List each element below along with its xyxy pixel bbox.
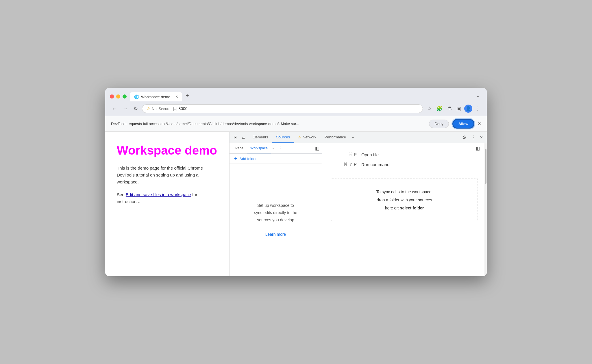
permission-banner: DevTools requests full access to /Users/…	[105, 116, 487, 132]
tab-elements[interactable]: Elements	[248, 132, 272, 143]
workspace-message: Set up workspace to sync edits directly …	[230, 164, 322, 276]
address-text: [::]:8000	[173, 106, 188, 111]
profile-icon-symbol: 👤	[465, 106, 471, 112]
minimize-traffic-light[interactable]	[116, 94, 120, 99]
profile-avatar[interactable]: 👤	[464, 105, 472, 113]
tab-bar: 🌐 Workspace demo × +	[130, 91, 470, 101]
devtools-tabs: Elements Sources ⚠Network Performance »	[248, 132, 356, 143]
active-tab[interactable]: 🌐 Workspace demo ×	[130, 92, 182, 101]
sources-tab-page[interactable]: Page	[232, 143, 247, 153]
add-folder-label: Add folder	[240, 157, 257, 161]
page-description: This is the demo page for the official C…	[117, 165, 218, 185]
sources-tabs-more-button[interactable]: »	[271, 146, 275, 151]
extensions-button[interactable]: 🧩	[434, 104, 444, 114]
device-toggle-button[interactable]: ▱	[240, 133, 247, 141]
tab-performance[interactable]: Performance	[321, 132, 350, 143]
sources-panel-toggle-button[interactable]: ◧	[474, 144, 481, 152]
not-secure-badge: ⚠ Not Secure	[147, 106, 171, 111]
workspace-msg-3: sources you develop	[257, 218, 294, 222]
devtools-close-button[interactable]: ×	[478, 134, 484, 141]
address-bar[interactable]: ⚠ Not Secure [::]:8000	[142, 104, 423, 113]
refresh-button[interactable]: ↻	[132, 104, 140, 113]
sources-editor-toggle-button[interactable]: ◧	[315, 146, 319, 151]
tab-close-icon[interactable]: ×	[175, 94, 178, 99]
new-tab-button[interactable]: +	[183, 91, 191, 100]
tab-dropdown-button[interactable]: ⌄	[474, 92, 482, 100]
sources-sidebar: Page Workspace » ⋮ ◧ + Add folder Set up…	[230, 143, 322, 276]
add-folder-plus-icon: +	[234, 156, 237, 161]
sources-editor: ⌘ P Open file ⌘ ⇧ P Run command To sync …	[322, 143, 487, 276]
see-text: See	[117, 192, 126, 197]
shortcut-open-file-label: Open file	[361, 152, 379, 157]
browser-window: 🌐 Workspace demo × + ⌄ ← → ↻ ⚠ Not Secur…	[105, 88, 487, 276]
traffic-lights	[110, 94, 127, 99]
sources-tabs: Page Workspace » ⋮ ◧	[230, 143, 322, 154]
drop-zone-line3: here or:	[385, 206, 400, 210]
scrollbar-thumb[interactable]	[485, 149, 486, 184]
shortcut-run-command-keys: ⌘ ⇧ P	[334, 162, 357, 167]
network-warning-icon: ⚠	[298, 135, 301, 139]
sources-tabs-menu-button[interactable]: ⋮	[277, 146, 284, 151]
tab-sources[interactable]: Sources	[272, 132, 294, 143]
title-bar: 🌐 Workspace demo × + ⌄	[105, 88, 487, 101]
sources-tab-workspace[interactable]: Workspace	[247, 143, 271, 153]
page-link-paragraph: See Edit and save files in a workspace f…	[117, 191, 218, 205]
shortcut-run-command: ⌘ ⇧ P Run command	[334, 162, 475, 167]
devtools-toolbar-right: ⚙ ⋮ ×	[460, 133, 484, 141]
navigation-bar: ← → ↻ ⚠ Not Secure [::]:8000 ☆ 🧩 ⚗ ▣ 👤 ⋮	[105, 101, 487, 116]
sidebar-button[interactable]: ▣	[455, 104, 463, 114]
main-area: Workspace demo This is the demo page for…	[105, 132, 487, 276]
select-folder-link[interactable]: select folder	[400, 206, 424, 210]
select-element-button[interactable]: ⊡	[232, 133, 239, 141]
tab-network[interactable]: ⚠Network	[294, 132, 321, 143]
permission-text: DevTools requests full access to /Users/…	[111, 122, 426, 126]
devtools-panel: ⊡ ▱ Elements Sources ⚠Network Performanc…	[230, 132, 487, 276]
deny-button[interactable]: Deny	[429, 120, 449, 128]
menu-button[interactable]: ⋮	[473, 104, 482, 114]
page-title: Workspace demo	[117, 143, 218, 158]
warning-icon: ⚠	[147, 106, 151, 111]
devtools-more-button[interactable]: ⋮	[469, 133, 477, 141]
workspace-msg-1: Set up workspace to	[257, 203, 294, 208]
back-button[interactable]: ←	[110, 105, 119, 113]
edit-save-link[interactable]: Edit and save files in a workspace	[126, 192, 191, 197]
devtools-settings-button[interactable]: ⚙	[460, 133, 468, 141]
tab-favicon-icon: 🌐	[134, 94, 139, 99]
scrollbar-track	[484, 143, 487, 276]
not-secure-label: Not Secure	[152, 107, 171, 111]
learn-more-link[interactable]: Learn more	[265, 231, 286, 238]
forward-button[interactable]: →	[121, 105, 130, 113]
shortcut-open-file-keys: ⌘ P	[334, 152, 357, 157]
drop-zone[interactable]: To sync edits to the workspace, drop a f…	[331, 179, 478, 221]
banner-close-button[interactable]: ×	[478, 121, 481, 127]
labs-button[interactable]: ⚗	[445, 104, 454, 114]
sources-panel: Page Workspace » ⋮ ◧ + Add folder Set up…	[230, 143, 487, 276]
drop-zone-line2: drop a folder with your sources	[377, 198, 432, 202]
tab-title: Workspace demo	[141, 95, 173, 99]
allow-button[interactable]: Allow	[452, 119, 475, 129]
shortcut-open-file: ⌘ P Open file	[334, 152, 475, 157]
workspace-msg-2: sync edits directly to the	[254, 210, 297, 215]
page-content: Workspace demo This is the demo page for…	[105, 132, 230, 276]
fullscreen-traffic-light[interactable]	[123, 94, 127, 99]
more-tabs-button[interactable]: »	[350, 132, 356, 143]
devtools-toolbar: ⊡ ▱ Elements Sources ⚠Network Performanc…	[230, 132, 487, 143]
bookmark-button[interactable]: ☆	[425, 104, 433, 114]
editor-shortcuts: ⌘ P Open file ⌘ ⇧ P Run command	[322, 143, 487, 173]
shortcut-run-command-label: Run command	[361, 162, 390, 167]
close-traffic-light[interactable]	[110, 94, 114, 99]
nav-actions: ☆ 🧩 ⚗ ▣ 👤 ⋮	[425, 104, 482, 114]
drop-zone-line1: To sync edits to the workspace,	[376, 190, 433, 194]
add-folder-button[interactable]: + Add folder	[230, 154, 322, 164]
